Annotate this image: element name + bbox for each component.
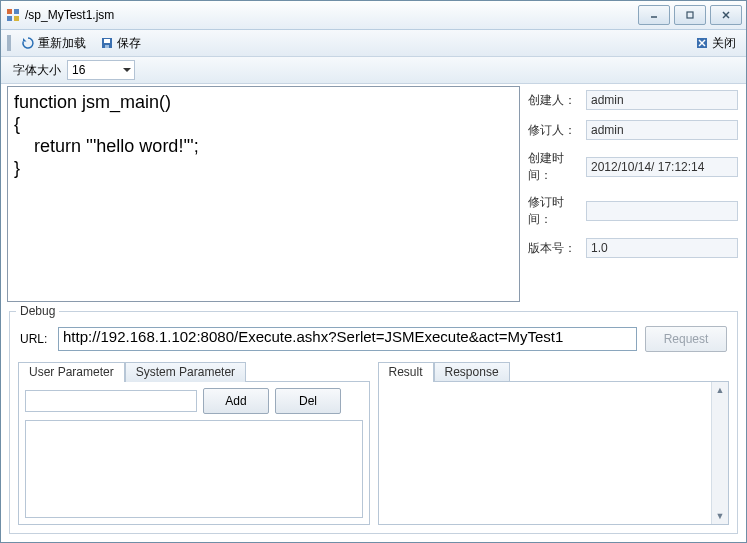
param-list[interactable] xyxy=(25,420,363,518)
creator-field[interactable]: admin xyxy=(586,90,738,110)
main-toolbar: 重新加载 保存 关闭 xyxy=(1,30,746,57)
debug-group: Debug URL: http://192.168.1.102:8080/Exe… xyxy=(9,311,738,534)
url-label: URL: xyxy=(20,332,50,346)
result-pane: Result Response ▲ ▼ xyxy=(378,362,730,525)
title-bar: /sp_MyTest1.jsm xyxy=(1,1,746,30)
code-editor[interactable]: function jsm_main() { return '''hello wo… xyxy=(7,86,520,302)
close-panel-icon xyxy=(695,36,709,50)
del-button[interactable]: Del xyxy=(275,388,341,414)
result-tabs: Result Response xyxy=(378,362,730,382)
vertical-scrollbar[interactable]: ▲ ▼ xyxy=(711,382,728,524)
app-window: /sp_MyTest1.jsm 重新加载 保存 关闭 xyxy=(0,0,747,543)
maximize-button[interactable] xyxy=(674,5,706,25)
fontsize-combobox[interactable]: 16 xyxy=(67,60,135,80)
tab-system-parameter[interactable]: System Parameter xyxy=(125,362,246,382)
chevron-down-icon xyxy=(123,68,131,72)
version-field[interactable]: 1.0 xyxy=(586,238,738,258)
save-label: 保存 xyxy=(117,35,141,52)
reviser-field[interactable]: admin xyxy=(586,120,738,140)
toolbar-grip xyxy=(7,35,11,51)
scroll-up-icon[interactable]: ▲ xyxy=(712,382,728,398)
url-input[interactable]: http://192.168.1.102:8080/Execute.ashx?S… xyxy=(58,327,637,351)
tab-user-parameter[interactable]: User Parameter xyxy=(18,362,125,382)
svg-rect-0 xyxy=(7,9,12,14)
tab-response[interactable]: Response xyxy=(434,362,510,382)
save-button[interactable]: 保存 xyxy=(96,33,145,54)
ctime-field[interactable]: 2012/10/14/ 17:12:14 xyxy=(586,157,738,177)
window-title: /sp_MyTest1.jsm xyxy=(25,1,638,29)
close-panel-button[interactable]: 关闭 xyxy=(691,33,740,54)
close-panel-label: 关闭 xyxy=(712,35,736,52)
metadata-panel: 创建人： admin 修订人： admin 创建时间： 2012/10/14/ … xyxy=(524,84,746,304)
reload-label: 重新加载 xyxy=(38,35,86,52)
debug-legend: Debug xyxy=(16,304,59,318)
fontsize-label: 字体大小 xyxy=(13,62,61,79)
parameter-pane: User Parameter System Parameter Add Del xyxy=(18,362,370,525)
svg-rect-2 xyxy=(7,16,12,21)
creator-label: 创建人： xyxy=(528,92,586,109)
window-controls xyxy=(638,5,742,25)
close-button[interactable] xyxy=(710,5,742,25)
mtime-field[interactable] xyxy=(586,201,738,221)
reload-icon xyxy=(21,36,35,50)
reviser-label: 修订人： xyxy=(528,122,586,139)
svg-rect-5 xyxy=(687,12,693,18)
reload-button[interactable]: 重新加载 xyxy=(17,33,90,54)
mtime-label: 修订时间： xyxy=(528,194,586,228)
svg-rect-9 xyxy=(104,39,110,43)
request-button[interactable]: Request xyxy=(645,326,727,352)
param-name-input[interactable] xyxy=(25,390,197,412)
app-icon xyxy=(5,7,21,23)
main-area: function jsm_main() { return '''hello wo… xyxy=(1,84,746,305)
fontsize-value: 16 xyxy=(72,63,85,77)
param-tabs: User Parameter System Parameter xyxy=(18,362,370,382)
debug-lower: User Parameter System Parameter Add Del … xyxy=(18,362,729,525)
save-icon xyxy=(100,36,114,50)
scroll-down-icon[interactable]: ▼ xyxy=(712,508,728,524)
url-row: URL: http://192.168.1.102:8080/Execute.a… xyxy=(18,326,729,352)
minimize-button[interactable] xyxy=(638,5,670,25)
svg-rect-1 xyxy=(14,9,19,14)
ctime-label: 创建时间： xyxy=(528,150,586,184)
svg-rect-3 xyxy=(14,16,19,21)
result-body[interactable]: ▲ ▼ xyxy=(378,381,730,525)
param-controls: Add Del xyxy=(25,388,363,414)
svg-rect-10 xyxy=(105,45,109,48)
tab-result[interactable]: Result xyxy=(378,362,434,382)
param-tab-body: Add Del xyxy=(18,381,370,525)
add-button[interactable]: Add xyxy=(203,388,269,414)
version-label: 版本号： xyxy=(528,240,586,257)
font-toolbar: 字体大小 16 xyxy=(1,57,746,84)
